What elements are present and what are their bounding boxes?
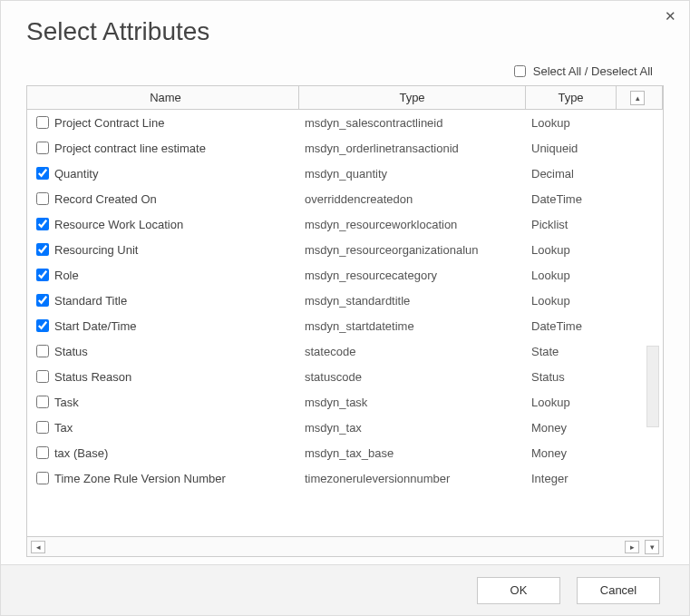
cell-type: msdyn_orderlinetransactionid [299,142,526,155]
table-row[interactable]: Project Contract Linemsdyn_salescontract… [27,110,663,135]
cell-type2: Lookup [526,396,617,409]
table-row[interactable]: Time Zone Rule Version Numbertimezonerul… [27,465,663,491]
cell-type: statuscode [299,370,526,384]
cell-name: Project contract line estimate [27,142,299,155]
row-checkbox[interactable] [36,446,49,459]
table-row[interactable]: Rolemsdyn_resourcecategoryLookup [27,262,663,288]
row-name-label: Start Date/Time [54,319,137,333]
row-checkbox[interactable] [36,396,49,408]
table-row[interactable]: Start Date/Timemsdyn_startdatetimeDateTi… [27,313,663,338]
cell-type: msdyn_salescontractlineid [299,116,526,130]
row-checkbox[interactable] [36,370,49,383]
row-checkbox[interactable] [36,269,49,281]
scroll-left-icon[interactable]: ◂ [31,541,45,553]
cell-type2: Decimal [526,167,617,181]
cell-type: msdyn_resourceworklocation [299,218,526,231]
row-name-label: Time Zone Rule Version Number [54,472,226,485]
select-all-label: Select All / Deselect All [533,64,653,78]
grid-body: Project Contract Linemsdyn_salescontract… [27,110,663,536]
column-header-scroll: ▴ [617,86,663,109]
cell-name: Resource Work Location [27,218,299,231]
cell-type: msdyn_task [299,396,526,409]
scroll-up-icon[interactable]: ▴ [630,91,645,105]
cell-name: tax (Base) [27,446,299,460]
row-checkbox[interactable] [36,192,49,205]
row-name-label: Task [54,396,79,409]
row-name-label: Project Contract Line [54,116,164,130]
cell-type2: Money [526,446,617,460]
table-row[interactable]: Record Created OnoverriddencreatedonDate… [27,186,663,211]
row-checkbox[interactable] [36,472,49,484]
cell-type2: Lookup [526,294,617,308]
select-all-checkbox[interactable] [514,65,526,77]
row-checkbox[interactable] [36,243,49,256]
cell-name: Role [27,269,299,282]
select-attributes-dialog: ✕ Select Attributes Select All / Deselec… [0,0,690,616]
cell-type: msdyn_standardtitle [299,294,526,308]
cell-type2: Money [526,421,617,435]
table-row[interactable]: Quantitymsdyn_quantityDecimal [27,161,663,186]
row-checkbox[interactable] [36,142,49,154]
cell-type: msdyn_quantity [299,167,526,181]
grid-header: Name Type Type ▴ [27,86,663,110]
cancel-button[interactable]: Cancel [577,577,660,604]
cell-type2: State [526,345,617,358]
cell-name: Resourcing Unit [27,243,299,257]
table-row[interactable]: Taxmsdyn_taxMoney [27,415,663,440]
cell-name: Quantity [27,167,299,181]
select-all-row: Select All / Deselect All [1,54,689,85]
cell-type2: Uniqueid [526,142,617,155]
cell-type: timezoneruleversionnumber [299,472,526,485]
table-row[interactable]: Standard Titlemsdyn_standardtitleLookup [27,288,663,313]
scroll-right-icon[interactable]: ▸ [625,541,639,553]
row-checkbox[interactable] [36,319,49,332]
cell-type: msdyn_resourcecategory [299,269,526,282]
table-row[interactable]: Resource Work Locationmsdyn_resourcework… [27,211,663,237]
column-header-type2[interactable]: Type [526,86,617,109]
row-name-label: Project contract line estimate [54,142,206,155]
table-row[interactable]: Taskmsdyn_taskLookup [27,389,663,415]
grid-footer: ◂ ▸ ▾ [27,536,663,556]
row-checkbox[interactable] [36,167,49,180]
column-header-type[interactable]: Type [299,86,526,109]
row-checkbox[interactable] [36,345,49,357]
row-name-label: Resourcing Unit [54,243,139,257]
ok-button[interactable]: OK [477,577,560,604]
row-name-label: Resource Work Location [54,218,183,231]
cell-name: Tax [27,421,299,435]
select-all-label-wrap[interactable]: Select All / Deselect All [510,64,653,78]
row-checkbox[interactable] [36,116,49,129]
cell-type2: Picklist [526,218,617,231]
close-icon[interactable]: ✕ [665,8,676,24]
row-checkbox[interactable] [36,421,49,434]
cell-type: msdyn_tax [299,421,526,435]
cell-type: msdyn_resourceorganizationalun [299,243,526,257]
table-row[interactable]: Resourcing Unitmsdyn_resourceorganizatio… [27,237,663,262]
cell-type: msdyn_tax_base [299,446,526,460]
table-row[interactable]: StatusstatecodeState [27,338,663,364]
vertical-scrollbar[interactable] [646,346,659,427]
scroll-down-icon[interactable]: ▾ [645,540,659,554]
cell-name: Start Date/Time [27,319,299,333]
table-row[interactable]: Project contract line estimatemsdyn_orde… [27,135,663,161]
column-header-name[interactable]: Name [27,86,299,109]
cell-name: Project Contract Line [27,116,299,130]
row-name-label: Tax [54,421,73,435]
row-checkbox[interactable] [36,218,49,230]
cell-name: Time Zone Rule Version Number [27,472,299,485]
table-row[interactable]: tax (Base)msdyn_tax_baseMoney [27,440,663,465]
attributes-grid: Name Type Type ▴ Project Contract Linems… [26,85,664,557]
cell-type2: Status [526,370,617,384]
button-bar: OK Cancel [1,564,689,615]
table-row[interactable]: Status ReasonstatuscodeStatus [27,364,663,389]
cell-name: Status Reason [27,370,299,384]
cell-type2: Integer [526,472,617,485]
row-name-label: Role [54,269,79,282]
cell-type2: DateTime [526,192,617,206]
row-name-label: Standard Title [54,294,127,308]
cell-type2: Lookup [526,243,617,257]
row-name-label: Status Reason [54,370,131,384]
row-name-label: Record Created On [54,192,157,206]
row-checkbox[interactable] [36,294,49,307]
cell-name: Record Created On [27,192,299,206]
